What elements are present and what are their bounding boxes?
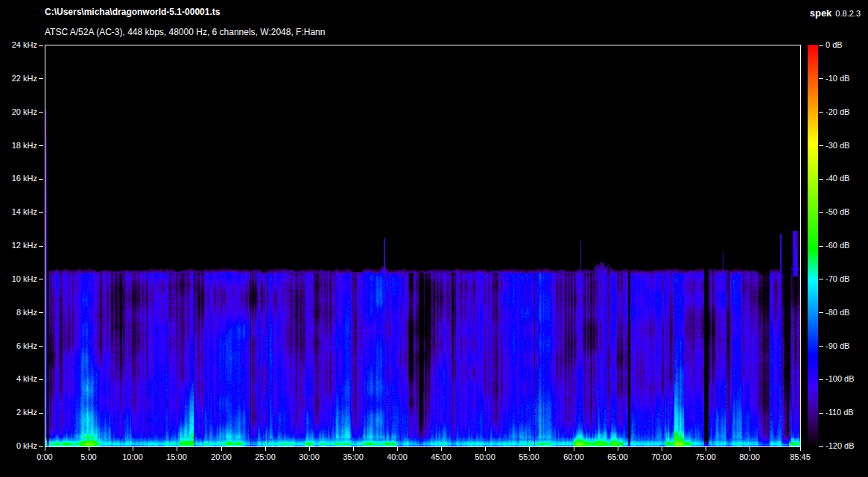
freq-tick-label: 22 kHz [0, 75, 37, 83]
time-tick-label: 10:00 [112, 453, 153, 461]
freq-tick-mark [39, 279, 43, 279]
db-tick-label: -120 dB [826, 442, 855, 450]
db-tick-label: -90 dB [826, 342, 849, 350]
time-tick-label: 0:00 [24, 453, 66, 461]
db-tick-label: -10 dB [826, 75, 849, 83]
time-tick-label: 5:00 [68, 453, 110, 461]
db-tick-mark [819, 212, 823, 213]
time-tick-mark [485, 447, 486, 451]
stream-info: ATSC A/52A (AC-3), 448 kbps, 48000 Hz, 6… [45, 27, 325, 37]
freq-tick-label: 2 kHz [0, 408, 37, 417]
time-tick-label: 15:00 [156, 453, 197, 461]
freq-tick-label: 6 kHz [0, 342, 37, 350]
time-tick-mark [750, 447, 750, 451]
time-tick-mark [265, 447, 266, 451]
time-tick-mark [800, 447, 801, 451]
db-tick-mark [819, 45, 823, 46]
db-tick-mark [819, 312, 823, 313]
db-tick-mark [819, 179, 823, 180]
db-tick-label: -50 dB [826, 208, 849, 216]
app-brand: spek0.8.2.3 [810, 7, 861, 19]
db-tick-mark [819, 279, 823, 279]
app-version: 0.8.2.3 [835, 9, 861, 18]
freq-tick-label: 16 kHz [0, 174, 37, 183]
freq-tick-label: 18 kHz [0, 142, 37, 150]
time-tick-mark [353, 447, 354, 451]
db-tick-mark [819, 413, 823, 414]
time-tick-label: 30:00 [288, 453, 330, 461]
freq-tick-label: 24 kHz [0, 41, 37, 49]
freq-tick-label: 8 kHz [0, 309, 37, 317]
freq-tick-mark [39, 212, 43, 213]
freq-tick-label: 14 kHz [0, 208, 37, 216]
db-tick-label: 0 dB [826, 41, 843, 49]
time-tick-label: 85:45 [779, 453, 821, 461]
spectrogram-canvas [45, 45, 800, 446]
time-tick-label: 20:00 [200, 453, 242, 461]
time-tick-label: 60:00 [553, 453, 595, 461]
db-tick-mark [819, 112, 823, 113]
db-tick-label: -30 dB [826, 142, 849, 150]
db-tick-label: -60 dB [826, 241, 849, 250]
time-tick-label: 25:00 [244, 453, 286, 461]
db-colorbar [808, 45, 818, 447]
freq-tick-mark [39, 446, 43, 447]
time-tick-label: 35:00 [332, 453, 374, 461]
time-tick-label: 55:00 [508, 453, 550, 461]
db-tick-label: -80 dB [826, 309, 849, 317]
freq-tick-label: 4 kHz [0, 375, 37, 383]
time-tick-mark [221, 447, 222, 451]
freq-tick-label: 10 kHz [0, 275, 37, 283]
db-tick-mark [819, 346, 823, 347]
db-tick-mark [819, 78, 823, 79]
db-tick-mark [819, 379, 823, 380]
freq-tick-mark [39, 78, 43, 79]
time-tick-mark [574, 447, 574, 451]
db-tick-label: -70 dB [826, 275, 849, 283]
freq-tick-mark [39, 179, 43, 180]
freq-tick-mark [39, 112, 43, 113]
time-tick-mark [89, 447, 89, 451]
db-tick-label: -100 dB [826, 375, 855, 383]
freq-tick-mark [39, 413, 43, 414]
time-tick-mark [529, 447, 530, 451]
app-name: spek [810, 7, 832, 19]
freq-tick-mark [39, 312, 43, 313]
time-tick-label: 50:00 [464, 453, 506, 461]
freq-tick-label: 0 kHz [0, 442, 37, 450]
freq-tick-mark [39, 379, 43, 380]
db-tick-label: -110 dB [826, 408, 854, 417]
time-tick-mark [309, 447, 310, 451]
time-tick-mark [177, 447, 177, 451]
time-tick-mark [441, 447, 442, 451]
db-tick-mark [819, 446, 823, 447]
time-tick-mark [133, 447, 133, 451]
time-tick-label: 80:00 [729, 453, 770, 461]
freq-tick-mark [39, 246, 43, 247]
time-tick-label: 40:00 [376, 453, 418, 461]
freq-tick-label: 12 kHz [0, 241, 37, 250]
freq-tick-mark [39, 346, 43, 347]
time-tick-label: 65:00 [597, 453, 639, 461]
freq-tick-mark [39, 145, 43, 146]
time-tick-label: 45:00 [420, 453, 462, 461]
freq-tick-mark [39, 45, 43, 46]
db-tick-mark [819, 145, 823, 146]
time-tick-mark [706, 447, 706, 451]
time-tick-mark [45, 447, 45, 451]
time-tick-mark [662, 447, 662, 451]
time-tick-label: 70:00 [641, 453, 682, 461]
file-path-title: C:\Users\micha\dragonworld-5.1-00001.ts [45, 7, 220, 17]
time-tick-label: 75:00 [685, 453, 726, 461]
time-tick-mark [397, 447, 398, 451]
db-tick-label: -20 dB [826, 108, 849, 116]
freq-tick-label: 20 kHz [0, 108, 37, 116]
time-tick-mark [618, 447, 618, 451]
db-tick-mark [819, 246, 823, 247]
db-tick-label: -40 dB [826, 174, 849, 183]
